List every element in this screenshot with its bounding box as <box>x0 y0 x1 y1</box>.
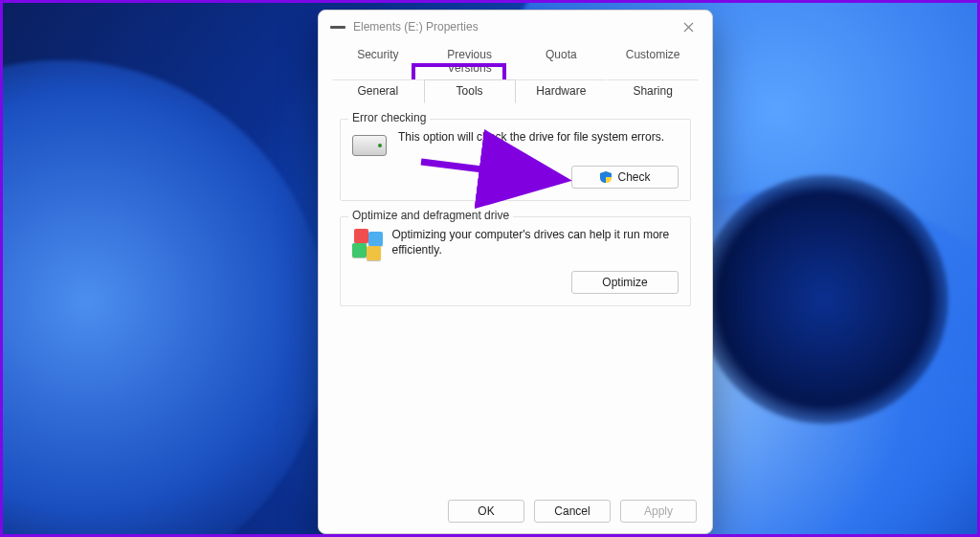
properties-window: Elements (E:) Properties Security Previo… <box>318 10 713 534</box>
close-icon <box>683 22 694 33</box>
tab-customize[interactable]: Customize <box>607 43 699 79</box>
apply-button[interactable]: Apply <box>620 500 697 523</box>
check-button[interactable]: Check <box>571 166 679 189</box>
tab-sharing[interactable]: Sharing <box>607 79 699 103</box>
group-optimize: Optimize and defragment drive Optimizing… <box>340 216 691 306</box>
wallpaper-petal <box>0 60 328 537</box>
dialog-footer: OK Cancel Apply <box>319 489 712 533</box>
optimize-button[interactable]: Optimize <box>571 271 679 294</box>
ok-button[interactable]: OK <box>448 500 524 523</box>
drive-icon-mini <box>330 26 345 29</box>
group-error-checking: Error checking This option will check th… <box>340 119 691 201</box>
optimize-description: Optimizing your computer's drives can he… <box>391 227 679 257</box>
tab-previous-versions[interactable]: Previous Versions <box>424 43 516 79</box>
cancel-button[interactable]: Cancel <box>534 500 611 523</box>
desktop-viewport: Elements (E:) Properties Security Previo… <box>0 0 980 537</box>
shield-icon <box>599 170 612 184</box>
tab-hardware[interactable]: Hardware <box>516 79 608 103</box>
tab-tools[interactable]: Tools <box>424 79 516 103</box>
tab-body: Error checking This option will check th… <box>319 103 712 489</box>
defrag-icon <box>352 229 380 261</box>
tab-strip: Security Previous Versions Quota Customi… <box>319 43 712 103</box>
window-title: Elements (E:) Properties <box>353 20 674 34</box>
wallpaper-petal <box>700 175 948 424</box>
group-title-optimize: Optimize and defragment drive <box>348 209 513 222</box>
tab-security[interactable]: Security <box>332 43 424 79</box>
optimize-button-label: Optimize <box>602 276 647 289</box>
titlebar[interactable]: Elements (E:) Properties <box>319 11 712 43</box>
close-button[interactable] <box>674 12 702 41</box>
check-button-label: Check <box>617 170 650 184</box>
tab-quota[interactable]: Quota <box>516 43 608 79</box>
error-checking-description: This option will check the drive for fil… <box>398 129 664 145</box>
drive-icon <box>352 135 387 156</box>
tab-general[interactable]: General <box>332 79 424 103</box>
group-title-error-checking: Error checking <box>348 111 430 124</box>
